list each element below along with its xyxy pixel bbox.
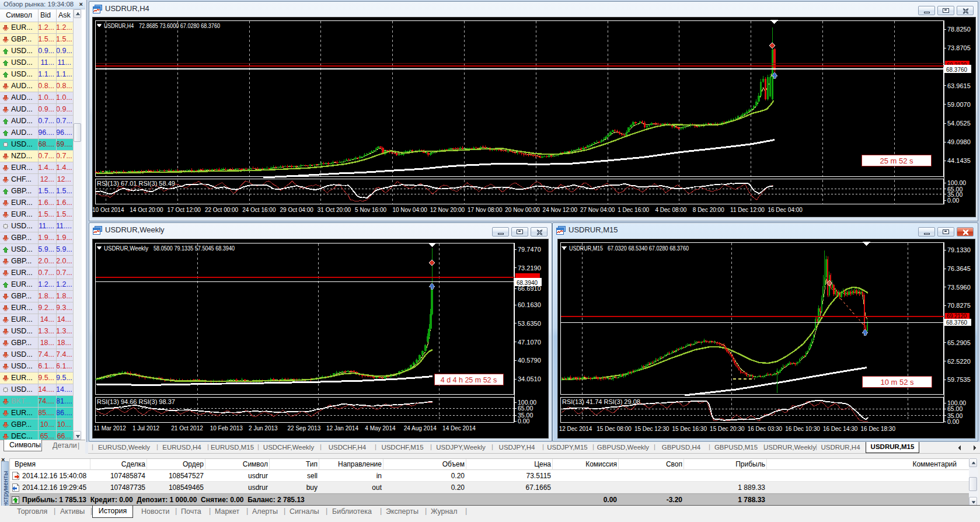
svg-text:0.00: 0.00 xyxy=(947,418,960,425)
svg-text:24 Oct 16:00: 24 Oct 16:00 xyxy=(242,207,276,213)
svg-text:22 Sep 2013: 22 Sep 2013 xyxy=(288,425,321,431)
svg-text:1 Dec 16:00: 1 Dec 16:00 xyxy=(618,207,649,213)
svg-text:22 Oct 00:00: 22 Oct 00:00 xyxy=(205,207,239,213)
svg-text:16 Dec 18:30: 16 Dec 18:30 xyxy=(861,426,896,432)
svg-text:8 Dec 20:00: 8 Dec 20:00 xyxy=(693,207,724,213)
svg-text:73.2190: 73.2190 xyxy=(518,265,541,272)
svg-text:40.5790: 40.5790 xyxy=(518,357,541,364)
svg-text:70.8275: 70.8275 xyxy=(947,302,971,309)
svg-text:68.3760: 68.3760 xyxy=(946,66,967,73)
svg-text:73.8705: 73.8705 xyxy=(947,44,971,51)
svg-text:USDRUR,H4: USDRUR,H4 xyxy=(104,22,134,29)
svg-text:79.7470: 79.7470 xyxy=(518,246,541,253)
svg-text:12 Nov 20:00: 12 Nov 20:00 xyxy=(430,207,465,213)
svg-text:1 Jul 2012: 1 Jul 2012 xyxy=(132,425,160,431)
svg-text:4 May 2014: 4 May 2014 xyxy=(365,425,396,431)
svg-text:11 Dec 12:00: 11 Dec 12:00 xyxy=(730,207,765,213)
svg-text:4 Dec 08:00: 4 Dec 08:00 xyxy=(655,207,687,213)
svg-text:14 Dec 2014: 14 Dec 2014 xyxy=(442,425,476,431)
svg-text:47.1070: 47.1070 xyxy=(518,339,541,346)
svg-text:59.7535: 59.7535 xyxy=(947,376,971,383)
svg-text:15 Dec 16:30: 15 Dec 16:30 xyxy=(672,426,707,432)
svg-text:31 Oct 20:00: 31 Oct 20:00 xyxy=(318,207,351,213)
svg-text:12 Dec 2014: 12 Dec 2014 xyxy=(559,426,592,432)
svg-text:58.0500 79.1335 57.5045 68.394: 58.0500 79.1335 57.5045 68.3940 xyxy=(154,245,235,252)
svg-text:16 Dec 10:30: 16 Dec 10:30 xyxy=(785,426,820,432)
svg-text:65.00: 65.00 xyxy=(947,405,962,412)
svg-text:14 Oct 20:00: 14 Oct 20:00 xyxy=(130,207,163,213)
svg-text:27 Nov 04:00: 27 Nov 04:00 xyxy=(580,207,615,213)
svg-text:44.1435: 44.1435 xyxy=(947,157,971,164)
svg-text:0.00: 0.00 xyxy=(518,417,530,424)
svg-text:15 Dec 08:00: 15 Dec 08:00 xyxy=(597,426,632,432)
svg-text:54.0525: 54.0525 xyxy=(947,120,971,127)
svg-text:10 Feb 2013: 10 Feb 2013 xyxy=(210,425,243,431)
svg-text:4 d 4 h 25 m 52 s: 4 d 4 h 25 m 52 s xyxy=(441,376,497,384)
svg-text:RSI(13) 67.01 RSI(3) 58.49: RSI(13) 67.01 RSI(3) 58.49 xyxy=(97,180,175,187)
svg-text:68.3760: 68.3760 xyxy=(946,319,967,326)
svg-text:10 m 52 s: 10 m 52 s xyxy=(880,378,914,387)
svg-text:12 Jan 2014: 12 Jan 2014 xyxy=(326,425,358,431)
svg-text:0.00: 0.00 xyxy=(947,197,960,204)
svg-text:34.0510: 34.0510 xyxy=(518,375,541,382)
svg-text:67.0320 68.5340 67.0280 68.376: 67.0320 68.5340 67.0280 68.3760 xyxy=(608,245,689,252)
svg-text:62.5220: 62.5220 xyxy=(947,358,971,365)
svg-text:11 Mar 2012: 11 Mar 2012 xyxy=(94,425,127,431)
svg-text:16 Dec 03:30: 16 Dec 03:30 xyxy=(748,426,783,432)
svg-text:5 Nov 16:00: 5 Nov 16:00 xyxy=(355,207,386,213)
svg-text:65.2905: 65.2905 xyxy=(947,339,971,346)
svg-text:53.6350: 53.6350 xyxy=(518,320,541,327)
svg-text:78.8250: 78.8250 xyxy=(947,26,971,33)
svg-text:17 Oct 12:00: 17 Oct 12:00 xyxy=(168,207,201,213)
svg-text:59.0070: 59.0070 xyxy=(947,101,971,108)
svg-text:USDRUR,Weekly: USDRUR,Weekly xyxy=(104,245,148,252)
svg-text:21 Oct 2012: 21 Oct 2012 xyxy=(171,425,203,431)
svg-text:49.0980: 49.0980 xyxy=(947,138,971,145)
svg-text:79.1330: 79.1330 xyxy=(947,246,971,253)
svg-text:2 Jun 2013: 2 Jun 2013 xyxy=(249,425,278,431)
svg-text:29 Oct 04:00: 29 Oct 04:00 xyxy=(280,207,314,213)
svg-text:63.9615: 63.9615 xyxy=(947,82,971,89)
svg-text:25 m 52 s: 25 m 52 s xyxy=(880,156,913,165)
svg-text:RSI(13) 41.74 RSI(3) 29.08: RSI(13) 41.74 RSI(3) 29.08 xyxy=(562,398,640,405)
svg-text:15 Dec 12:30: 15 Dec 12:30 xyxy=(634,426,669,432)
svg-text:72.8685 73.6000 67.0280 68.376: 72.8685 73.6000 67.0280 68.3760 xyxy=(139,22,220,29)
svg-text:24 Nov 12:00: 24 Nov 12:00 xyxy=(543,207,578,213)
svg-text:10 Oct 2014: 10 Oct 2014 xyxy=(93,207,124,213)
svg-text:16 Dec 04:00: 16 Dec 04:00 xyxy=(768,207,803,213)
svg-text:60.1630: 60.1630 xyxy=(518,301,541,308)
svg-text:17 Nov 08:00: 17 Nov 08:00 xyxy=(468,207,503,213)
svg-text:15 Dec 20:30: 15 Dec 20:30 xyxy=(710,426,745,432)
svg-text:76.3645: 76.3645 xyxy=(947,265,971,272)
svg-text:RSI(13) 94.66 RSI(3) 98.37: RSI(13) 94.66 RSI(3) 98.37 xyxy=(97,398,175,405)
svg-text:65.00: 65.00 xyxy=(518,405,533,412)
svg-text:10 Nov 04:00: 10 Nov 04:00 xyxy=(392,207,427,213)
svg-text:16 Dec 14:30: 16 Dec 14:30 xyxy=(823,426,858,432)
svg-text:73.5960: 73.5960 xyxy=(947,284,971,291)
svg-text:68.3940: 68.3940 xyxy=(517,279,538,286)
svg-text:USDRUR,M15: USDRUR,M15 xyxy=(569,245,603,252)
svg-text:20 Nov 00:00: 20 Nov 00:00 xyxy=(505,207,540,213)
svg-text:24 Aug 2014: 24 Aug 2014 xyxy=(404,425,437,431)
